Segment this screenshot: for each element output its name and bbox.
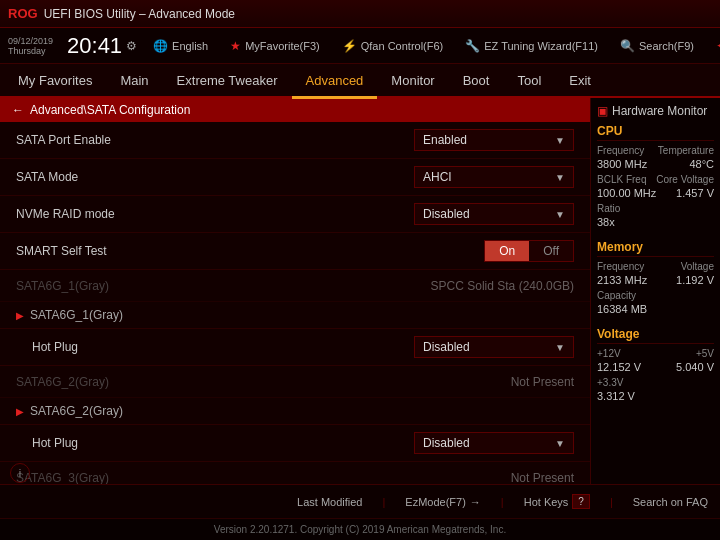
cpu-corevoltage-value: 1.457 V: [676, 187, 714, 199]
volt-12v-value: 12.152 V: [597, 361, 641, 373]
mem-capacity-label-row: Capacity: [597, 290, 714, 301]
eztuning-label: EZ Tuning Wizard(F11): [484, 40, 598, 52]
sata6g1-value: SPCC Solid Sta (240.0GB): [431, 279, 574, 293]
nav-tool[interactable]: Tool: [503, 65, 555, 99]
cpu-ratio-label: Ratio: [597, 203, 620, 214]
info-icon[interactable]: i: [10, 463, 30, 483]
voltage-section-title: Voltage: [597, 327, 714, 344]
cpu-corevoltage-label: Core Voltage: [656, 174, 714, 185]
cpu-freq-temp-labels: Frequency Temperature: [597, 145, 714, 156]
sata-port-enable-value: Enabled: [423, 133, 467, 147]
mem-voltage-value: 1.192 V: [676, 274, 714, 286]
sata-mode-label: SATA Mode: [16, 170, 414, 184]
sata-port-enable-dropdown[interactable]: Enabled ▼: [414, 129, 574, 151]
sata6g3-label: SATA6G_3(Gray): [16, 471, 511, 485]
smart-self-test-toggle[interactable]: On Off: [484, 240, 574, 262]
volt-12v-label: +12V: [597, 348, 621, 359]
info-bar: 09/12/2019 Thursday 20:41 ⚙ 🌐 English ★ …: [0, 28, 720, 64]
volt-12v-5v-labels: +12V +5V: [597, 348, 714, 359]
nav-advanced[interactable]: Advanced: [292, 65, 378, 99]
nav-main[interactable]: Main: [106, 65, 162, 99]
memory-section-title: Memory: [597, 240, 714, 257]
globe-icon: 🌐: [153, 39, 168, 53]
hardware-monitor-title: ▣ Hardware Monitor: [597, 104, 714, 118]
volt-12v-5v-values: 12.152 V 5.040 V: [597, 361, 714, 375]
mem-capacity-value: 16384 MB: [597, 303, 647, 315]
day: Thursday: [8, 46, 53, 56]
mem-freq-volt-values: 2133 MHz 1.192 V: [597, 274, 714, 288]
hot-plug-2-dropdown[interactable]: Disabled ▼: [414, 432, 574, 454]
dropdown-arrow-icon: ▼: [555, 135, 565, 146]
sata6g3-value: Not Present: [511, 471, 574, 485]
hot-plug-1-dropdown[interactable]: Disabled ▼: [414, 336, 574, 358]
ez-mode-label: EzMode(F7): [405, 496, 466, 508]
language-button[interactable]: 🌐 English: [147, 37, 214, 55]
nav-bar: My Favorites Main Extreme Tweaker Advanc…: [0, 64, 720, 98]
search-faq-button[interactable]: Search on FAQ: [633, 496, 708, 508]
search-button[interactable]: 🔍 Search(F9): [614, 37, 700, 55]
status-bar: Last Modified | EzMode(F7) → | Hot Keys …: [0, 484, 720, 518]
mem-frequency-value: 2133 MHz: [597, 274, 647, 286]
nav-extreme-tweaker[interactable]: Extreme Tweaker: [163, 65, 292, 99]
mem-voltage-label: Voltage: [681, 261, 714, 272]
sata6g1-info-row: SATA6G_1(Gray) SPCC Solid Sta (240.0GB): [0, 270, 590, 302]
date: 09/12/2019: [8, 36, 53, 46]
dropdown-arrow-icon: ▼: [555, 342, 565, 353]
smart-self-test-row: SMART Self Test On Off: [0, 233, 590, 270]
monitor-icon: ▣: [597, 104, 608, 118]
sata6g1-expand-label: SATA6G_1(Gray): [30, 308, 123, 322]
nvme-raid-label: NVMe RAID mode: [16, 207, 414, 221]
hot-plug-2-row: Hot Plug Disabled ▼: [0, 425, 590, 462]
nav-my-favorites[interactable]: My Favorites: [4, 65, 106, 99]
cpu-ratio-value: 38x: [597, 216, 615, 228]
sata6g2-expand-row[interactable]: ▶ SATA6G_2(Gray): [0, 398, 590, 425]
hardware-monitor-panel: ▣ Hardware Monitor CPU Frequency Tempera…: [590, 98, 720, 484]
sata-mode-dropdown[interactable]: AHCI ▼: [414, 166, 574, 188]
hot-plug-1-row: Hot Plug Disabled ▼: [0, 329, 590, 366]
cpu-section-title: CPU: [597, 124, 714, 141]
nav-exit[interactable]: Exit: [555, 65, 605, 99]
gear-icon[interactable]: ⚙: [126, 40, 137, 52]
hot-plug-1-label: Hot Plug: [16, 340, 414, 354]
star-icon: ★: [230, 39, 241, 53]
cpu-ratio-label-row: Ratio: [597, 203, 714, 214]
back-arrow-icon: ←: [12, 103, 24, 117]
cpu-frequency-value: 3800 MHz: [597, 158, 647, 170]
time-display: 20:41 ⚙: [67, 35, 137, 57]
aura-button[interactable]: ✦ AURA ON/OFF(F4): [710, 37, 720, 55]
sata6g3-info-row: SATA6G_3(Gray) Not Present: [0, 462, 590, 484]
sata6g1-label: SATA6G_1(Gray): [16, 279, 431, 293]
dropdown-arrow-icon: ▼: [555, 438, 565, 449]
volt-33v-value: 3.312 V: [597, 390, 635, 402]
hot-plug-1-value: Disabled: [423, 340, 470, 354]
toggle-on-option[interactable]: On: [485, 241, 529, 261]
hot-keys-item[interactable]: Hot Keys ?: [524, 494, 590, 509]
wrench-icon: 🔧: [465, 39, 480, 53]
nvme-raid-row: NVMe RAID mode Disabled ▼: [0, 196, 590, 233]
window-title: UEFI BIOS Utility – Advanced Mode: [44, 7, 235, 21]
cpu-bclk-label: BCLK Freq: [597, 174, 646, 185]
toggle-off-option[interactable]: Off: [529, 241, 573, 261]
sata-port-enable-label: SATA Port Enable: [16, 133, 414, 147]
cpu-bclk-value: 100.00 MHz: [597, 187, 656, 199]
sata6g1-expand-row[interactable]: ▶ SATA6G_1(Gray): [0, 302, 590, 329]
breadcrumb[interactable]: ← Advanced\SATA Configuration: [0, 98, 590, 122]
ez-mode-button[interactable]: EzMode(F7) →: [405, 496, 481, 508]
cpu-frequency-label: Frequency: [597, 145, 644, 156]
ez-mode-arrow-icon: →: [470, 496, 481, 508]
sata-port-enable-row: SATA Port Enable Enabled ▼: [0, 122, 590, 159]
volt-5v-value: 5.040 V: [676, 361, 714, 373]
cpu-section: CPU Frequency Temperature 3800 MHz 48°C …: [597, 124, 714, 230]
copyright-text: Version 2.20.1271. Copyright (C) 2019 Am…: [214, 524, 506, 535]
qfan-button[interactable]: ⚡ Qfan Control(F6): [336, 37, 450, 55]
nvme-raid-dropdown[interactable]: Disabled ▼: [414, 203, 574, 225]
hot-plug-2-label: Hot Plug: [16, 436, 414, 450]
time-value: 20:41: [67, 35, 122, 57]
cpu-temperature-label: Temperature: [658, 145, 714, 156]
nav-monitor[interactable]: Monitor: [377, 65, 448, 99]
search-icon: 🔍: [620, 39, 635, 53]
expand-triangle-icon: ▶: [16, 310, 24, 321]
myfavorite-button[interactable]: ★ MyFavorite(F3): [224, 37, 326, 55]
eztuning-button[interactable]: 🔧 EZ Tuning Wizard(F11): [459, 37, 604, 55]
nav-boot[interactable]: Boot: [449, 65, 504, 99]
